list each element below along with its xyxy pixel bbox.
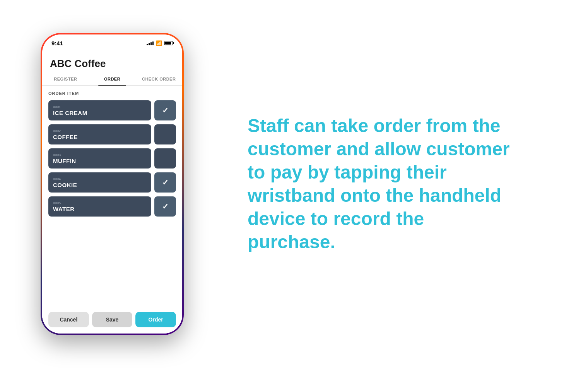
- signal-icon: [147, 41, 154, 45]
- wifi-icon: 📶: [156, 40, 162, 46]
- item-name-3: MUFFIN: [53, 158, 147, 164]
- order-section: ORDER ITEM 0001 ICE CREAM ✓: [42, 86, 182, 308]
- order-item-row: 0004 COOKIE ✓: [48, 172, 176, 193]
- save-button[interactable]: Save: [92, 312, 133, 327]
- phone-section: 9:41 📶 ABC: [0, 0, 224, 368]
- checkmark-icon-5: ✓: [162, 202, 169, 211]
- battery-icon: [164, 41, 173, 45]
- tabs-bar: REGISTER ORDER CHECK ORDER: [42, 73, 182, 86]
- section-label: ORDER ITEM: [48, 91, 176, 96]
- checkmark-icon-4: ✓: [162, 178, 169, 187]
- bottom-buttons: Cancel Save Order: [42, 308, 182, 334]
- item-name-box-5[interactable]: 0005 WATER: [48, 196, 151, 217]
- tab-check-order[interactable]: CHECK ORDER: [135, 73, 182, 85]
- item-check-3[interactable]: ✓: [154, 148, 176, 169]
- order-item-row: 0005 WATER ✓: [48, 196, 176, 217]
- item-name-1: ICE CREAM: [53, 110, 147, 116]
- item-name-box-2[interactable]: 0002 COFFEE: [48, 124, 151, 144]
- tab-order[interactable]: ORDER: [89, 73, 136, 85]
- tab-register[interactable]: REGISTER: [42, 73, 89, 85]
- app-header: ABC Coffee: [42, 52, 182, 73]
- item-check-1[interactable]: ✓: [154, 100, 176, 120]
- status-icons: 📶: [147, 40, 173, 46]
- status-time: 9:41: [51, 40, 63, 46]
- checkmark-icon-1: ✓: [162, 106, 169, 115]
- item-name-box-4[interactable]: 0004 COOKIE: [48, 172, 151, 193]
- app-title: ABC Coffee: [50, 58, 174, 70]
- cancel-button[interactable]: Cancel: [48, 312, 89, 327]
- item-code-1: 0001: [53, 105, 147, 109]
- item-name-5: WATER: [53, 206, 147, 212]
- item-code-2: 0002: [53, 129, 147, 133]
- order-item-row: 0002 COFFEE ✓: [48, 124, 176, 144]
- phone-shell: 9:41 📶 ABC: [41, 33, 184, 335]
- item-code-4: 0004: [53, 177, 147, 181]
- right-section: Staff can take order from the customer a…: [224, 91, 588, 277]
- order-item-row: 0003 MUFFIN ✓: [48, 148, 176, 169]
- item-check-2[interactable]: ✓: [154, 124, 176, 144]
- item-name-box-1[interactable]: 0001 ICE CREAM: [48, 100, 151, 120]
- order-button[interactable]: Order: [135, 312, 176, 327]
- item-check-4[interactable]: ✓: [154, 172, 176, 193]
- item-name-box-3[interactable]: 0003 MUFFIN: [48, 148, 151, 169]
- status-bar: 9:41 📶: [42, 34, 182, 52]
- item-check-5[interactable]: ✓: [154, 196, 176, 217]
- phone-inner: 9:41 📶 ABC: [42, 34, 182, 334]
- item-code-5: 0005: [53, 201, 147, 205]
- promo-text: Staff can take order from the customer a…: [248, 114, 511, 254]
- order-item-row: 0001 ICE CREAM ✓: [48, 100, 176, 120]
- item-name-2: COFFEE: [53, 134, 147, 140]
- app-content: ABC Coffee REGISTER ORDER CHECK ORDER OR…: [42, 52, 182, 334]
- item-code-3: 0003: [53, 153, 147, 157]
- item-name-4: COOKIE: [53, 182, 147, 188]
